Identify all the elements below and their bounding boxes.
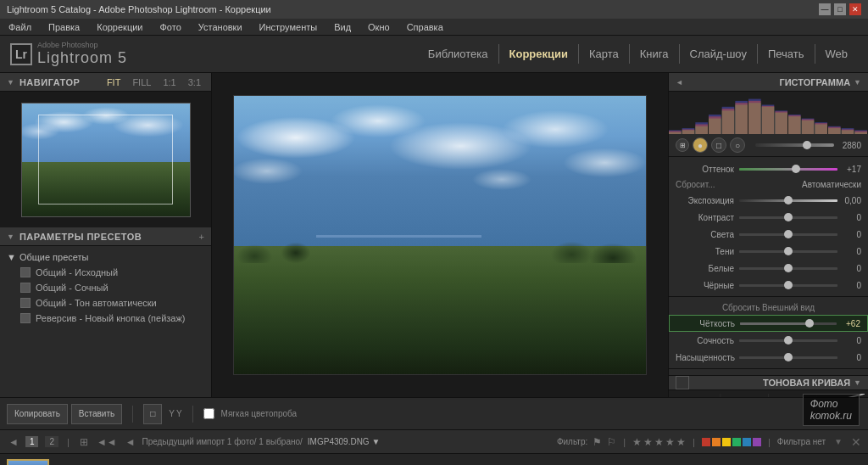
presets-section: ▼ Параметры пресетов + ▼ Общие пресеты О… <box>0 227 211 397</box>
preset-item[interactable]: Общий - Сочный <box>0 280 211 295</box>
tint-thumb[interactable] <box>792 165 800 173</box>
filmstrip-nav-left[interactable]: ◄ <box>7 434 20 450</box>
module-Библиотека[interactable]: Библиотека <box>418 44 499 64</box>
hist-btn-circle2[interactable]: ○ <box>730 137 745 153</box>
module-Коррекции[interactable]: Коррекции <box>499 44 579 64</box>
module-Карта[interactable]: Карта <box>579 44 630 64</box>
menu-item-Инструменты[interactable]: Инструменты <box>256 20 321 34</box>
close-button[interactable]: ✕ <box>849 3 861 15</box>
saturation-track[interactable] <box>739 356 837 359</box>
menu-item-Справка[interactable]: Справка <box>403 20 447 34</box>
presets-add-btn[interactable]: + <box>199 232 204 242</box>
histogram-canvas <box>669 92 868 134</box>
right-panel: ◄ Гистограмма ▼ ⊞ ● □ ○ 2880 <box>668 73 868 397</box>
module-Печать[interactable]: Печать <box>758 44 815 64</box>
module-Слайд-шоу[interactable]: Слайд-шоу <box>680 44 758 64</box>
saturation-thumb[interactable] <box>784 353 793 361</box>
highlights-track[interactable] <box>739 233 837 236</box>
maximize-button[interactable]: □ <box>834 3 846 15</box>
zoom-fill-button[interactable]: FILL <box>129 76 154 88</box>
filter-expand-icon[interactable]: ▼ <box>834 437 843 446</box>
module-Книга[interactable]: Книга <box>630 44 680 64</box>
filmstrip: ◄ 1 2 | ⊞ ◄◄ ◄ Предыдущий импорт 1 фото/… <box>0 429 868 465</box>
blacks-thumb[interactable] <box>784 281 793 289</box>
filmstrip-grid-icon[interactable]: ⊞ <box>78 434 90 450</box>
copy-button[interactable]: Копировать <box>7 404 68 424</box>
film-thumb-1[interactable] <box>7 459 49 466</box>
shadows-thumb[interactable] <box>784 247 793 255</box>
exposure-track[interactable] <box>739 199 837 202</box>
menu-item-Коррекции[interactable]: Коррекции <box>93 20 146 34</box>
preset-item[interactable]: Реверсив - Новый кнопка (пейзаж) <box>0 311 211 326</box>
preset-label: Реверсив - Новый кнопка (пейзаж) <box>36 313 185 323</box>
auto-btn[interactable]: Автоматически <box>802 180 861 189</box>
tone-curve-header[interactable]: Тоновая кривая ▼ <box>669 375 868 390</box>
green-label[interactable] <box>732 438 741 446</box>
filmstrip-next-icon[interactable]: ◄ <box>124 434 137 450</box>
red-label[interactable] <box>702 438 710 446</box>
filmstrip-filename[interactable]: IMGP4309.DNG ▼ <box>308 437 380 446</box>
hist-btn-circle[interactable]: ● <box>693 137 708 153</box>
menu-item-Фото[interactable]: Фото <box>157 20 185 34</box>
clarity-thumb[interactable] <box>805 319 814 328</box>
navigator-arrow-icon: ▼ <box>7 78 14 87</box>
reset-view-btn[interactable]: Сбросить Внешний вид <box>722 303 815 312</box>
contrast-thumb[interactable] <box>784 213 793 221</box>
presets-add-icon: + <box>199 232 204 242</box>
shadows-track[interactable] <box>739 250 837 253</box>
exposure-thumb[interactable] <box>784 196 793 204</box>
histogram-header[interactable]: ◄ Гистограмма ▼ <box>669 73 868 92</box>
filmstrip-prev-icon[interactable]: ◄◄ <box>95 434 119 450</box>
module-Web[interactable]: Web <box>815 44 859 64</box>
filmstrip-page-2[interactable]: 2 <box>45 436 58 447</box>
blacks-slider-row: Чёрные 0 <box>669 277 868 294</box>
filmstrip-close-icon[interactable]: ✕ <box>851 435 861 449</box>
highlights-thumb[interactable] <box>784 230 793 238</box>
orange-label[interactable] <box>712 438 721 446</box>
zoom-3-1-button[interactable]: 3:1 <box>185 76 204 88</box>
presets-header[interactable]: ▼ Параметры пресетов + <box>0 227 211 246</box>
logo-sub: Adobe Photoshop <box>37 41 127 49</box>
develop-controls: Оттенок +17 Сбросит... Автоматически Экс… <box>669 157 868 375</box>
zoom-fit-button[interactable]: FIT <box>103 76 125 88</box>
saturation-slider-row: Насыщенность 0 <box>669 349 868 366</box>
flag-icon[interactable]: ⚑ <box>593 436 602 448</box>
filmstrip-page-1[interactable]: 1 <box>25 436 39 447</box>
star-filter[interactable]: ★ ★ ★ ★ ★ <box>632 436 686 448</box>
vibrance-thumb[interactable] <box>784 336 793 345</box>
menu-item-Вид[interactable]: Вид <box>331 20 354 34</box>
whites-track[interactable] <box>739 267 837 270</box>
purple-label[interactable] <box>753 438 761 446</box>
hist-btn-1[interactable]: ⊞ <box>676 138 689 152</box>
contrast-track[interactable] <box>739 216 837 219</box>
preset-group-header[interactable]: ▼ Общие пресеты <box>0 249 211 265</box>
preset-group-arrow-icon: ▼ <box>7 252 16 262</box>
frame-button[interactable]: □ <box>143 404 162 424</box>
minimize-button[interactable]: — <box>819 3 831 15</box>
tint-track[interactable] <box>739 168 837 171</box>
navigator-header[interactable]: ▼ Навигатор FIT FILL 1:1 3:1 <box>0 73 211 92</box>
blue-label[interactable] <box>743 438 751 446</box>
vibrance-track[interactable] <box>739 339 837 342</box>
menu-item-Установки[interactable]: Установки <box>195 20 246 34</box>
yellow-label[interactable] <box>722 438 731 446</box>
presets-content: ▼ Общие пресеты Общий - Исходный Общий -… <box>0 246 211 397</box>
zoom-1-1-button[interactable]: 1:1 <box>159 76 179 88</box>
menu-item-Правка[interactable]: Правка <box>45 20 83 34</box>
navigator-thumbnail[interactable] <box>0 92 211 227</box>
menu-item-Файл[interactable]: Файл <box>5 20 35 34</box>
preset-icon <box>20 313 31 323</box>
clarity-track[interactable] <box>740 322 837 325</box>
preset-item[interactable]: Общий - Исходный <box>0 265 211 280</box>
tone-curve-icon <box>676 376 689 389</box>
unflag-icon[interactable]: ⚐ <box>607 436 616 448</box>
reset-btn[interactable]: Сбросит... <box>676 180 715 189</box>
tint-slider-row: Оттенок +17 <box>669 160 868 177</box>
blacks-track[interactable] <box>739 284 837 287</box>
hist-btn-square[interactable]: □ <box>711 137 726 153</box>
preset-item[interactable]: Общий - Тон автоматически <box>0 295 211 311</box>
paste-button[interactable]: Вставить <box>71 404 122 424</box>
menu-item-Окно[interactable]: Окно <box>364 20 393 34</box>
whites-thumb[interactable] <box>784 264 793 272</box>
probe-checkbox[interactable] <box>203 408 214 419</box>
